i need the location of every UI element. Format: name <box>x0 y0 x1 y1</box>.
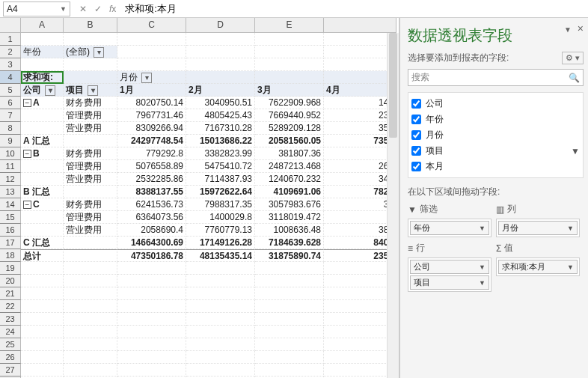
cell[interactable]: 3月 <box>255 84 324 97</box>
group-label[interactable]: −C <box>21 198 64 211</box>
row-header[interactable]: 25 <box>0 338 21 351</box>
cell[interactable] <box>117 33 186 46</box>
cell[interactable] <box>64 186 117 198</box>
group-label[interactable] <box>21 211 64 224</box>
row-header[interactable]: 10 <box>0 147 21 160</box>
cell[interactable] <box>255 262 324 275</box>
project-label[interactable]: 营业费用 <box>64 122 117 135</box>
field-checkbox[interactable] <box>411 146 421 156</box>
pivot-dropdown-icon[interactable]: ▾ <box>88 85 98 96</box>
cell[interactable]: 1240670.232 <box>255 173 324 186</box>
cell[interactable]: 8309266.94 <box>117 122 186 135</box>
select-all-corner[interactable] <box>0 18 21 33</box>
group-label[interactable] <box>21 109 64 122</box>
chip-values-sum[interactable]: 求和项:本月▼ <box>498 260 578 274</box>
pivot-dropdown-icon[interactable]: ▾ <box>94 47 104 58</box>
cell[interactable]: 39 <box>324 198 396 211</box>
cell[interactable] <box>64 237 117 249</box>
cell[interactable] <box>324 351 396 364</box>
cell[interactable] <box>64 249 117 262</box>
pivot-dropdown-icon[interactable]: ▾ <box>141 73 152 83</box>
cell[interactable] <box>255 33 324 46</box>
cell[interactable] <box>117 275 186 287</box>
cell[interactable] <box>255 58 324 71</box>
cell[interactable] <box>64 71 117 84</box>
col-header-b[interactable]: B <box>64 18 117 33</box>
row-header[interactable]: 9 <box>0 135 21 147</box>
subtotal-label[interactable]: C 汇总 <box>21 237 64 249</box>
pivot-rowfield1[interactable]: 公司 ▾ <box>21 84 64 97</box>
cell[interactable] <box>21 300 64 313</box>
row-header[interactable]: 5 <box>0 84 21 97</box>
cell[interactable] <box>64 313 117 326</box>
area-values-list[interactable]: 求和项:本月▼ <box>496 257 580 276</box>
cell[interactable]: 779292.8 <box>117 147 186 160</box>
col-header-d[interactable]: D <box>186 18 255 33</box>
cell[interactable]: 48135435.14 <box>186 249 255 262</box>
cell[interactable] <box>255 287 324 300</box>
cell[interactable] <box>186 58 255 71</box>
pivot-filter-label[interactable]: 年份 <box>21 46 64 58</box>
cell[interactable]: 6364073.56 <box>117 211 186 224</box>
subtotal-label[interactable]: B 汇总 <box>21 186 64 198</box>
cell[interactable]: 148 <box>324 97 396 109</box>
cell[interactable] <box>117 313 186 326</box>
cell[interactable] <box>21 313 64 326</box>
cell[interactable] <box>64 326 117 338</box>
row-header[interactable]: 24 <box>0 326 21 338</box>
row-header[interactable]: 20 <box>0 275 21 287</box>
field-checkbox[interactable] <box>411 162 421 171</box>
pivot-rowfield2[interactable]: 项目 ▾ <box>64 84 117 97</box>
group-label[interactable]: −B <box>21 147 64 160</box>
area-columns-list[interactable]: 月份▼ <box>496 219 580 237</box>
cell[interactable] <box>117 300 186 313</box>
cell[interactable]: 4109691.06 <box>255 186 324 198</box>
field-search[interactable]: 搜索 🔍 <box>408 69 584 86</box>
row-header[interactable]: 27 <box>0 364 21 377</box>
row-header[interactable]: 2 <box>0 46 21 58</box>
cell[interactable]: 7622909.968 <box>255 97 324 109</box>
collapse-icon[interactable]: − <box>23 201 31 209</box>
cell[interactable] <box>255 46 324 58</box>
cell[interactable] <box>255 300 324 313</box>
group-label[interactable] <box>21 173 64 186</box>
cell[interactable]: 3057983.676 <box>255 198 324 211</box>
cell[interactable]: 7669440.952 <box>255 109 324 122</box>
cell[interactable]: 17149126.28 <box>186 237 255 249</box>
chip-filter-year[interactable]: 年份▼ <box>410 221 489 235</box>
area-rows-list[interactable]: 公司▼ 项目▼ <box>408 257 491 292</box>
project-label[interactable]: 管理费用 <box>64 211 117 224</box>
cell[interactable] <box>324 300 396 313</box>
row-header[interactable]: 23 <box>0 313 21 326</box>
cell[interactable] <box>117 326 186 338</box>
cell[interactable] <box>64 275 117 287</box>
cell[interactable]: 3382823.99 <box>186 147 255 160</box>
cell[interactable]: 2058690.4 <box>117 224 186 237</box>
field-item-公司[interactable]: 公司 <box>410 96 581 112</box>
group-label[interactable] <box>21 160 64 173</box>
collapse-icon[interactable]: − <box>23 150 31 158</box>
cell[interactable]: 2487213.468 <box>255 160 324 173</box>
cell[interactable] <box>324 71 396 84</box>
col-header-c[interactable]: C <box>117 18 186 33</box>
cell[interactable] <box>255 338 324 351</box>
cell[interactable] <box>64 33 117 46</box>
collapse-icon[interactable]: − <box>23 99 31 107</box>
col-header-f[interactable] <box>324 18 396 33</box>
cell[interactable]: 14664300.69 <box>117 237 186 249</box>
cell[interactable] <box>186 71 255 84</box>
cell[interactable]: 5076558.89 <box>117 160 186 173</box>
row-header[interactable]: 3 <box>0 58 21 71</box>
cell[interactable] <box>324 33 396 46</box>
cell[interactable] <box>324 275 396 287</box>
cell[interactable]: 380 <box>324 224 396 237</box>
cell[interactable]: 7114387.93 <box>186 173 255 186</box>
cell[interactable] <box>21 364 64 377</box>
project-label[interactable]: 财务费用 <box>64 97 117 109</box>
cell[interactable] <box>324 211 396 224</box>
pivot-measure-label[interactable]: 求和项: <box>21 71 64 84</box>
row-header[interactable]: 26 <box>0 351 21 364</box>
project-label[interactable]: 财务费用 <box>64 198 117 211</box>
cell[interactable]: 8402 <box>324 237 396 249</box>
field-checkbox[interactable] <box>411 130 421 140</box>
